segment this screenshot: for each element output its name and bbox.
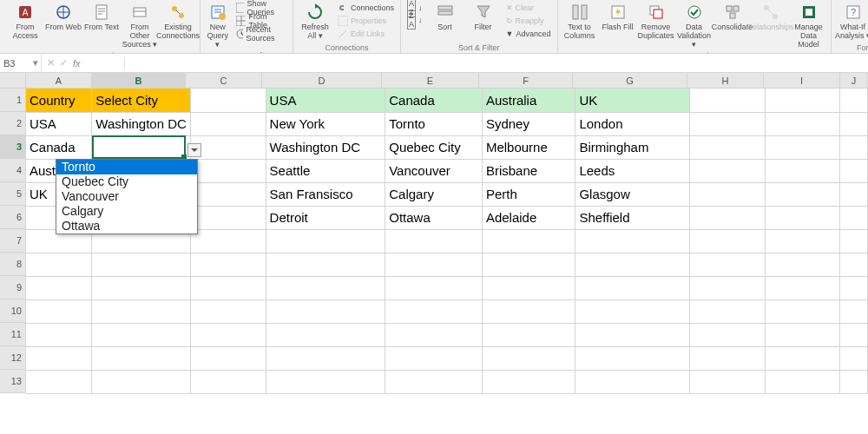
cell[interactable]: [689, 299, 765, 323]
cell[interactable]: [840, 299, 868, 323]
cell[interactable]: [385, 253, 483, 276]
col-header-H[interactable]: H: [687, 73, 764, 89]
cell[interactable]: [385, 229, 483, 253]
cell[interactable]: [765, 229, 840, 253]
row-header-3[interactable]: 3: [0, 135, 26, 159]
from-web-button[interactable]: From Web: [45, 2, 82, 33]
cell[interactable]: [190, 135, 266, 159]
cell[interactable]: [765, 182, 840, 206]
cell[interactable]: [765, 370, 840, 393]
filter-button[interactable]: Filter: [465, 2, 502, 33]
cell[interactable]: [765, 89, 840, 112]
cell[interactable]: [190, 276, 266, 299]
cell[interactable]: [190, 159, 266, 182]
from-other-sources-button[interactable]: From Other Sources ▾: [122, 2, 158, 50]
connections-button[interactable]: Connections: [335, 2, 397, 14]
cell[interactable]: [92, 346, 191, 370]
cell[interactable]: [575, 370, 689, 393]
cell[interactable]: [266, 276, 385, 299]
cell[interactable]: Sheffield: [575, 206, 689, 229]
cell[interactable]: Brisbane: [482, 159, 575, 182]
cell[interactable]: [482, 323, 575, 346]
cell[interactable]: [385, 299, 483, 323]
cell[interactable]: [765, 253, 840, 276]
cell[interactable]: [840, 182, 868, 206]
flash-fill-button[interactable]: Flash Fill: [600, 2, 636, 33]
reapply-button[interactable]: ↻Reapply: [503, 15, 554, 27]
cell[interactable]: [385, 370, 483, 393]
row-header-6[interactable]: 6: [0, 206, 26, 229]
row-header-4[interactable]: 4: [0, 159, 26, 182]
cell[interactable]: [840, 135, 868, 159]
cell[interactable]: [482, 370, 575, 393]
cell[interactable]: [689, 323, 765, 346]
cell[interactable]: London: [575, 112, 689, 135]
cell[interactable]: [26, 323, 92, 346]
cell[interactable]: [266, 299, 385, 323]
cell[interactable]: [840, 229, 868, 253]
cell[interactable]: [575, 253, 689, 276]
cell[interactable]: Quebec City: [385, 135, 483, 159]
cell[interactable]: [190, 299, 266, 323]
cell[interactable]: [765, 346, 840, 370]
cell[interactable]: [92, 323, 191, 346]
row-header-7[interactable]: 7: [0, 229, 26, 253]
edit-links-button[interactable]: Edit Links: [335, 28, 397, 40]
cell[interactable]: [689, 253, 765, 276]
cell[interactable]: Canada: [385, 89, 483, 112]
cell[interactable]: Washington DC: [92, 112, 191, 135]
cell[interactable]: [840, 89, 868, 112]
row-header-9[interactable]: 9: [0, 276, 26, 299]
cell[interactable]: [190, 112, 266, 135]
cell[interactable]: [840, 276, 868, 299]
cell[interactable]: USA: [266, 89, 385, 112]
cell[interactable]: [575, 346, 689, 370]
name-box[interactable]: B3▾: [0, 54, 42, 73]
cell[interactable]: [689, 276, 765, 299]
cell[interactable]: [385, 323, 483, 346]
cell[interactable]: [92, 135, 191, 159]
cell[interactable]: Perth: [482, 182, 575, 206]
cell[interactable]: [26, 253, 92, 276]
cell[interactable]: [92, 253, 191, 276]
cell[interactable]: [26, 346, 92, 370]
manage-data-model-button[interactable]: Manage Data Model: [791, 2, 827, 50]
cell[interactable]: [765, 299, 840, 323]
cell[interactable]: [689, 89, 765, 112]
cell[interactable]: Washington DC: [266, 135, 385, 159]
cell[interactable]: [266, 323, 385, 346]
cell[interactable]: Leeds: [575, 159, 689, 182]
cell[interactable]: [765, 276, 840, 299]
cell[interactable]: [689, 370, 765, 393]
from-access-button[interactable]: A From Access: [7, 2, 43, 42]
cell[interactable]: [266, 370, 385, 393]
cell[interactable]: [26, 299, 92, 323]
cell[interactable]: [190, 346, 266, 370]
refresh-all-button[interactable]: Refresh All ▾: [297, 2, 333, 42]
consolidate-button[interactable]: Consolidate: [714, 2, 751, 33]
row-header-8[interactable]: 8: [0, 253, 26, 276]
recent-sources-button[interactable]: Recent Sources: [233, 28, 289, 40]
cell[interactable]: [190, 253, 266, 276]
cell[interactable]: [482, 229, 575, 253]
clear-button[interactable]: ✕Clear: [503, 2, 554, 14]
cell[interactable]: [689, 182, 765, 206]
cell[interactable]: [190, 370, 266, 393]
formula-input[interactable]: [125, 54, 868, 72]
cell[interactable]: [482, 276, 575, 299]
col-header-A[interactable]: A: [26, 73, 92, 89]
cell[interactable]: [575, 229, 689, 253]
dropdown-option[interactable]: Quebec City: [56, 174, 197, 189]
cell[interactable]: [689, 229, 765, 253]
row-header-1[interactable]: 1: [0, 89, 26, 112]
cell[interactable]: Seattle: [266, 159, 385, 182]
fx-icon[interactable]: fx: [73, 58, 81, 69]
col-header-I[interactable]: I: [764, 73, 840, 89]
cell[interactable]: [482, 346, 575, 370]
cell[interactable]: USA: [26, 112, 92, 135]
cell[interactable]: Sydney: [482, 112, 575, 135]
text-to-columns-button[interactable]: Text to Columns: [562, 2, 598, 42]
cell[interactable]: [190, 182, 266, 206]
cell[interactable]: [689, 159, 765, 182]
new-query-button[interactable]: New Query ▾: [204, 2, 232, 50]
